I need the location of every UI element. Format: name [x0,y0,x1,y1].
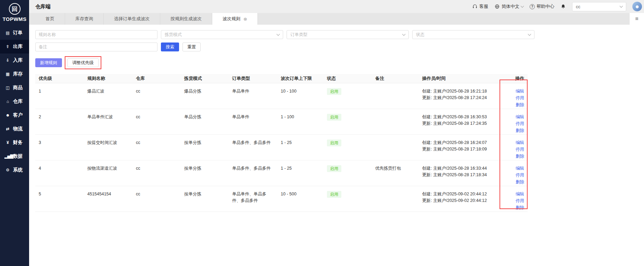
cell-wave-limit: 10 - 500 [277,186,324,211]
cell-pick-mode: 爆品分拣 [181,83,229,109]
updated-value: 主账户/2025-08-28 17:24:35 [433,121,487,126]
cell-status: 启用 [324,134,372,160]
sidebar-item-system[interactable]: ⚙ 系统 [0,163,29,177]
cell-status: 启用 [324,109,372,134]
cell-actions: 编辑 停用 删除 [501,109,528,134]
headset-icon [472,4,478,9]
close-tab-icon[interactable]: ⊗ [243,16,247,22]
cell-wave-limit: 1 - 25 [277,160,324,186]
sidebar-item-label: 订单 [13,30,23,36]
tab-select-orders-wave[interactable]: 选择订单生成波次 [104,13,160,25]
remark-input[interactable] [35,43,157,51]
delete-link[interactable]: 删除 [504,179,524,185]
main-area: 仓库端 客服 简体中文 [29,0,644,266]
col-order-type: 订单类型 [229,74,277,83]
language-switcher[interactable]: 简体中文 [494,3,523,10]
system-gear-icon: ⚙ [4,168,11,172]
cell-order-type: 单品多件、多品多件 [229,134,277,160]
sidebar-item-label: 物流 [13,126,23,132]
logo: 回 TOPWMS [0,0,29,26]
logo-text: TOPWMS [0,16,29,22]
sidebar-item-label: 入库 [13,57,23,63]
cell-status: 启用 [324,186,372,211]
sidebar-item-inventory[interactable]: ▦ 库存 [0,67,29,81]
add-rule-button[interactable]: 新增规则 [35,58,62,67]
sidebar-item-data[interactable]: ▂▅▇ 数据 [0,149,29,163]
top-header: 仓库端 客服 简体中文 [29,0,644,13]
customer-service-button[interactable]: 客服 [472,3,488,10]
sidebar-item-inbound[interactable]: ⇩ 入库 [0,53,29,67]
sidebar: 回 TOPWMS ▤ 订单 ⇧ 出库 ⇩ 入库 ▦ 库存 ◫ 商品 [0,0,29,266]
status-select[interactable]: 状态 [412,30,534,39]
disable-link[interactable]: 停用 [504,95,524,101]
edit-link[interactable]: 编辑 [504,140,524,146]
warehouse-select[interactable]: cc [572,2,626,11]
table-row: 2 单品单件汇波 cc 单品分拣 单品单件 1 - 100 启用 创建: 主账户… [35,109,528,134]
status-badge: 启用 [327,140,341,146]
sidebar-nav: ▤ 订单 ⇧ 出库 ⇩ 入库 ▦ 库存 ◫ 商品 ⌂ 仓库 [0,26,29,177]
products-icon: ◫ [4,85,11,90]
sidebar-item-finance[interactable]: ¥ 财务 [0,136,29,149]
disable-link[interactable]: 停用 [504,146,524,153]
warehouse-icon: ⌂ [4,99,11,104]
tab-list-menu-icon[interactable]: ≡ [630,13,644,25]
customers-icon: ☻ [4,113,11,118]
delete-link[interactable]: 删除 [504,205,524,211]
sidebar-item-products[interactable]: ◫ 商品 [0,81,29,95]
orders-icon: ▤ [4,31,11,35]
disable-link[interactable]: 停用 [504,198,524,204]
cell-remark [372,186,419,211]
tab-wave-rules[interactable]: 波次规则 ⊗ [212,13,258,25]
status-badge: 启用 [327,114,341,121]
col-priority: 优先级 [35,74,84,83]
cell-operator-time: 创建: 主账户/2025-08-28 16:30:53 更新: 主账户/2025… [419,109,501,134]
disable-link[interactable]: 停用 [504,172,524,179]
sidebar-item-customers[interactable]: ☻ 客户 [0,108,29,122]
edit-link[interactable]: 编辑 [504,114,524,120]
disable-link[interactable]: 停用 [504,121,524,127]
cell-warehouse: cc [132,83,181,109]
chevron-down-icon [620,4,623,8]
tab-inventory-query[interactable]: 库存查询 [65,13,104,25]
delete-link[interactable]: 删除 [504,128,524,134]
cell-operator-time: 创建: 主账户/2025-08-28 16:21:18 更新: 主账户/2025… [419,83,501,109]
chevron-down-icon [402,33,406,36]
edit-link[interactable]: 编辑 [504,165,524,172]
finance-icon: ¥ [4,140,11,145]
delete-link[interactable]: 删除 [504,153,524,160]
annotation-box-adjust-priority: 调整优先级 [65,56,101,69]
reset-button[interactable]: 重置 [182,43,201,51]
tab-home[interactable]: 首页 [35,13,65,25]
user-avatar[interactable]: ☻ [632,2,642,11]
col-rule-name: 规则名称 [84,74,132,83]
toolbar: 新增规则 调整优先级 [35,56,638,69]
created-value: 主账户/2025-08-28 16:24:07 [433,140,487,145]
pick-mode-select[interactable]: 拣货模式 [161,30,283,39]
edit-link[interactable]: 编辑 [504,191,524,197]
help-center-button[interactable]: ? 帮助中心 [530,3,554,10]
sidebar-item-outbound[interactable]: ⇧ 出库 [0,40,29,53]
order-type-select[interactable]: 订单类型 [287,30,409,39]
chevron-down-icon [528,33,531,36]
search-button[interactable]: 搜索 [161,43,179,51]
sidebar-item-logistics[interactable]: ⇄ 物流 [0,122,29,136]
created-value: 主账户/2025-08-28 16:30:53 [433,114,487,119]
globe-icon [494,4,500,9]
created-label: 创建: [422,192,432,196]
updated-label: 更新: [422,95,432,100]
tab-label: 按规则生成波次 [171,16,202,22]
notification-bell-button[interactable] [560,4,566,9]
cell-remark [372,83,419,109]
delete-link[interactable]: 删除 [504,102,524,108]
sidebar-item-warehouse[interactable]: ⌂ 仓库 [0,95,29,108]
cell-pick-mode: 单品分拣 [181,109,229,134]
tab-rule-generate-wave[interactable]: 按规则生成波次 [160,13,212,25]
table-row: 3 按提交时间汇波 cc 按单分拣 单品多件、多品多件 1 - 25 启用 创建… [35,134,528,160]
outbound-icon: ⇧ [4,44,11,49]
app-root: 回 TOPWMS ▤ 订单 ⇧ 出库 ⇩ 入库 ▦ 库存 ◫ 商品 [0,0,644,266]
rule-name-input[interactable] [35,30,157,39]
sidebar-item-orders[interactable]: ▤ 订单 [0,26,29,40]
edit-link[interactable]: 编辑 [504,88,524,95]
table-header-row: 优先级 规则名称 仓库 拣货模式 订单类型 波次订单上下限 状态 备注 操作员/… [35,74,528,83]
adjust-priority-button[interactable]: 调整优先级 [67,58,99,67]
